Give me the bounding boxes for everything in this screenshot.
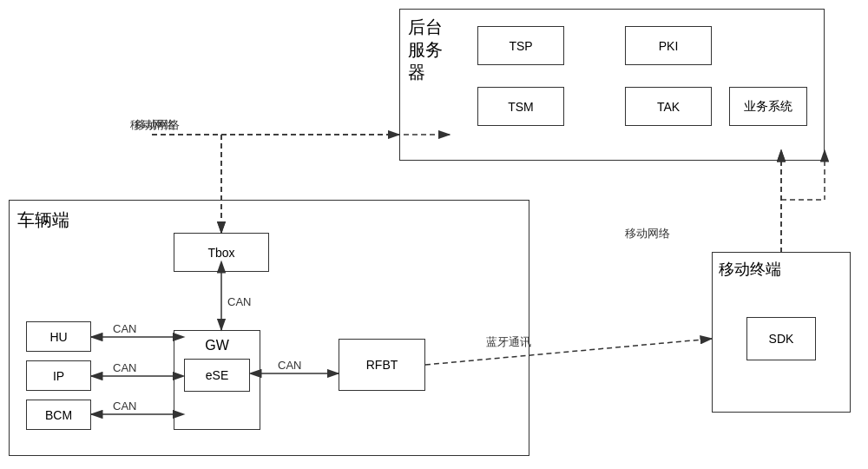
hu-box: HU [26,321,91,352]
bcm-box: BCM [26,400,91,430]
diagram: 后台 服务 器 TSP PKI TSM TAK 业务系统 车辆端 Tbox GW… [0,0,868,469]
gw-label: GW [205,338,229,353]
backend-server-title: 后台 服务 器 [408,16,443,83]
rfbt-box: RFBT [339,339,425,391]
pki-box: PKI [625,26,712,65]
mobile-network-label-2: 移动网络 [625,227,670,240]
gw-box: GW eSE [174,330,260,430]
tsp-box: TSP [477,26,564,65]
sdk-box: SDK [746,317,816,360]
mobile-terminal-title: 移动终端 [719,259,781,280]
ese-box: eSE [184,359,250,392]
tbox-box: Tbox [174,233,269,272]
tsm-box: TSM [477,87,564,126]
mobile-network-1-text: 移动网络 [130,118,175,131]
backend-server-container [399,9,825,161]
tak-box: TAK [625,87,712,126]
biz-box: 业务系统 [729,87,807,126]
ip-box: IP [26,360,91,391]
vehicle-title: 车辆端 [17,208,69,232]
mobile-network-label-1: 移动网络 [135,118,180,131]
